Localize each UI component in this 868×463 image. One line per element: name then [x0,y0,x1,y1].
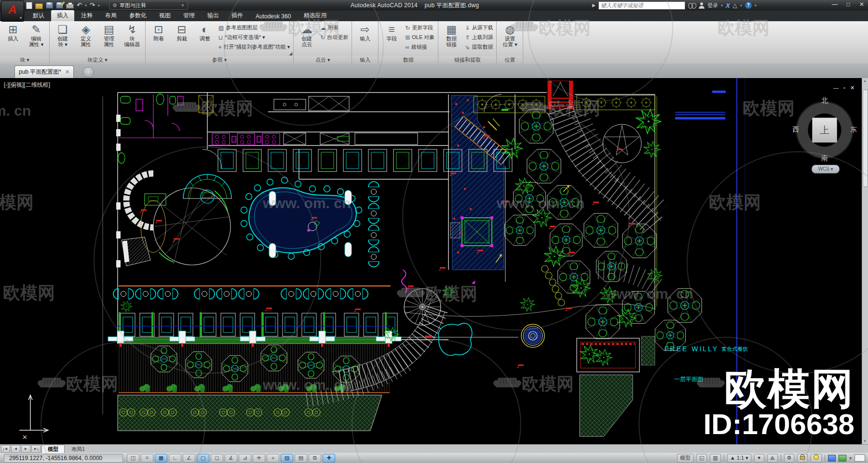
toggle-polar-tracking[interactable]: ∠ [183,454,195,463]
redo-icon[interactable]: ↷ [90,1,95,9]
ribbon-tab-7[interactable]: 输出 [202,10,225,21]
workspace-selector[interactable]: ⚙ 草图与注释 ▼ [109,1,188,10]
ribbon-button-upload-to-source[interactable]: ⇑上载到源 [463,34,494,41]
toggle-annotation-monitor[interactable]: ✚ [323,454,335,463]
ribbon-button-clip[interactable]: ⊟剪裁 [171,22,193,41]
layout-quickview-icon[interactable]: ◱ [696,454,707,463]
minimize-button[interactable]: — [831,1,838,8]
ribbon-button-adjust[interactable]: ◐调整 [194,22,216,41]
ribbon-button-insert[interactable]: ⊞插入 [2,22,24,41]
ribbon-button-set-location[interactable]: ◍设置 位置 ▾ [499,22,521,47]
tray-caret-icon[interactable]: ▾ [849,456,852,461]
user-icon[interactable] [699,2,705,9]
toolbar-lock-icon[interactable] [797,454,808,463]
autoscale-icon[interactable]: ⟁ [767,454,778,463]
panel-launcher-icon[interactable]: ◢ [289,51,292,56]
new-file-icon[interactable] [26,2,32,9]
undo-caret[interactable]: ▾ [85,3,87,8]
toggle-object-snap[interactable]: ▢ [197,454,209,463]
scroll-down-icon[interactable]: ▼ [862,438,868,444]
doc-restore-button[interactable]: ▫ [843,85,845,91]
redo-caret[interactable]: ▾ [98,3,100,8]
viewcube-east[interactable]: 东 [850,125,857,134]
ribbon-button-ole-object[interactable]: ⊞OLE 对象 [404,34,436,41]
signin-link[interactable]: 登录 [707,2,718,9]
doc-close-button[interactable]: ✕ [850,85,854,91]
panel-title-import[interactable]: 输入 [352,56,378,64]
toggle-infer-constraints[interactable]: ◫ [127,454,139,463]
viewcube[interactable]: 北 西 东 南 上 WCS ▾ [793,96,858,176]
a360-caret[interactable]: ▾ [740,3,742,8]
ribbon-button-data-link[interactable]: ▦数据 链接 [440,22,462,47]
ribbon-tab-2[interactable]: 注释 [75,10,98,21]
isolate-objects-icon[interactable] [811,454,822,463]
ribbon-button-frames-options[interactable]: ⊔*边框可变选项* ▾ [217,34,291,41]
save-as-icon[interactable] [56,2,63,9]
tab-model[interactable]: 模型 [41,445,65,453]
ribbon-button-attach[interactable]: ⊡附着 [148,22,170,41]
ribbon-button-define-attributes[interactable]: ◈定义 属性 [75,22,97,47]
new-drawing-button[interactable]: + [83,67,94,78]
signin-caret[interactable]: ▾ [721,3,723,8]
viewcube-west[interactable]: 西 [792,125,799,134]
ribbon-tab-6[interactable]: 管理 [177,10,201,21]
ribbon-button-download-from-source[interactable]: ⇓从源下载 [463,24,494,31]
ribbon-tab-8[interactable]: 插件 [226,10,249,21]
search-icon[interactable] [688,2,696,8]
search-input[interactable] [598,1,685,10]
application-menu-button[interactable]: A ▼ [1,0,24,22]
plot-icon[interactable] [66,4,74,9]
ribbon-button-underlay-layers[interactable]: ▧参考底图图层 [217,24,291,31]
ribbon-tab-5[interactable]: 视图 [153,10,176,21]
coordinate-readout[interactable]: 295119.1227, -145516.9864, 0.0000 [4,454,123,463]
model-space-button[interactable]: 模型 [677,454,693,463]
close-button[interactable]: ✕ [858,1,865,8]
ribbon-tab-10[interactable]: 精选应用 [298,10,332,21]
ribbon-tab-0[interactable]: 默认 [27,10,50,21]
annotation-scale-control[interactable]: ▲ 1:1 ▾ [727,454,751,463]
wcs-selector[interactable]: WCS ▾ [812,165,840,173]
toggle-dynamic-ucs[interactable]: ⊿ [239,454,251,463]
toggle-ortho-mode[interactable]: ∟ [169,454,181,463]
help-icon[interactable]: ? [745,2,752,9]
annotation-visibility-icon[interactable]: ✦ [754,454,764,463]
ribbon-button-extract-data[interactable]: ⇘提取数据 [463,43,494,51]
tray-xref-icon[interactable] [839,455,846,462]
toggle-lineweight[interactable]: ＋ [267,454,279,463]
layout-nav-0[interactable]: |◄ [1,445,10,453]
vertical-scrollbar[interactable]: ▲ ▼ [862,78,868,444]
layout-nav-1[interactable]: ◄ [11,445,20,453]
toggle-quick-properties[interactable]: ▤ [295,454,307,463]
help-caret[interactable]: ▾ [755,3,757,8]
undo-icon[interactable]: ↶ [77,1,82,9]
document-tab[interactable]: pub 平面配置图* ✕ [14,66,74,78]
panel-title-point-cloud[interactable]: 点云 ▾ [294,56,352,64]
viewcube-top-face[interactable]: 上 [812,118,837,143]
tab-layout1[interactable]: 布局1 [66,445,91,453]
document-tab-close-icon[interactable]: ✕ [65,69,69,75]
layout-nav-3[interactable]: ►| [31,445,41,453]
ribbon-button-create-block[interactable]: ❏创建 块 ▾ [52,22,74,47]
panel-title-block[interactable]: 块 ▾ [0,56,49,64]
ribbon-button-snap-to-underlays[interactable]: ⌖打开"捕捉到参考底图"功能 ▾ [217,43,291,51]
ribbon-button-pc-attach[interactable]: ☁附着 [319,24,350,31]
drawing-quickview-icon[interactable]: ▥ [710,454,720,463]
panel-title-link-extract[interactable]: 链接和提取 [438,56,496,64]
ribbon-tab-4[interactable]: 参数化 [123,10,152,21]
viewport-controls-label[interactable]: [-][俯视][二维线框] [4,81,50,89]
ribbon-button-import-button[interactable]: ⇨输入 [354,22,376,41]
viewcube-north[interactable]: 北 [821,96,828,105]
panel-title-location[interactable]: 位置 [497,56,523,64]
toggle-dynamic-input[interactable]: ✛ [253,454,265,463]
layout-nav-2[interactable]: ► [21,445,30,453]
ribbon-tab-1[interactable]: 插入 [51,10,74,21]
ribbon-button-auto-update[interactable]: ↻自动更新 [319,34,350,41]
exchange-apps-icon[interactable]: X [726,2,730,9]
ribbon-button-field[interactable]: ≡字段 [380,22,403,41]
clean-screen-button[interactable] [854,454,865,462]
toggle-osnap-tracking[interactable]: ∡ [225,454,237,463]
viewcube-south[interactable]: 南 [821,154,828,163]
toggle-transparency[interactable]: ▨ [281,454,293,463]
ribbon-button-block-editor[interactable]: ↯块 编辑器 [121,22,143,47]
panel-title-reference[interactable]: 参照 ▾ [146,56,293,64]
